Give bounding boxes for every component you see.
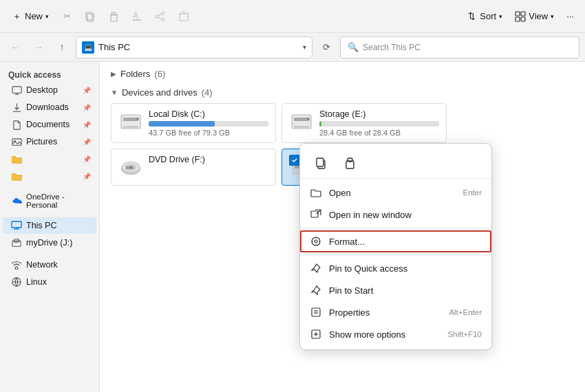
svg-rect-27: [12, 241, 21, 246]
sidebar-desktop-label: Desktop: [26, 85, 78, 95]
onedrive-icon: [11, 195, 22, 206]
ctx-copy-button[interactable]: [310, 152, 332, 174]
drives-label: Devices and drives: [122, 87, 198, 98]
paste-svg-icon: [108, 11, 119, 22]
svg-line-10: [158, 17, 162, 19]
drive-c-icon: [118, 109, 143, 134]
sidebar-item-pictures[interactable]: Pictures 📌: [3, 133, 96, 150]
drive-f-icon: DVD: [118, 155, 143, 179]
paste-button[interactable]: [103, 7, 125, 26]
sidebar-item-folder1[interactable]: 📌: [3, 151, 96, 167]
sidebar-item-network[interactable]: Network: [3, 257, 96, 273]
view-icon: [515, 11, 526, 22]
ctx-pin-start-icon: [310, 284, 322, 296]
sidebar-item-documents[interactable]: Documents 📌: [3, 116, 96, 133]
share-button[interactable]: [149, 7, 171, 26]
address-box[interactable]: 💻 This PC ▾: [76, 36, 312, 58]
drive-e-size: 28.4 GB free of 28.4 GB: [319, 129, 439, 137]
thispc-icon: [11, 220, 22, 231]
drive-item-e[interactable]: Storage (E:) 28.4 GB free of 28.4 GB: [281, 103, 447, 143]
drive-item-c[interactable]: Local Disk (C:) 43.7 GB free of 79.3 GB: [111, 103, 276, 143]
svg-rect-49: [317, 158, 323, 166]
ctx-properties-shortcut: Alt+Enter: [449, 308, 482, 316]
ctx-pin-quick-icon: [310, 262, 322, 274]
quick-access-label: Quick access: [0, 67, 99, 81]
new-label: New: [25, 11, 43, 21]
drive-e-info: Storage (E:) 28.4 GB free of 28.4 GB: [319, 109, 439, 137]
ctx-open-item[interactable]: Open Enter: [300, 182, 491, 204]
new-button[interactable]: ＋ New ▾: [6, 7, 54, 26]
svg-rect-24: [12, 221, 21, 228]
sidebar-item-onedrive[interactable]: OneDrive - Personal: [3, 190, 96, 212]
sidebar-onedrive-label: OneDrive - Personal: [26, 193, 91, 209]
sort-button[interactable]: ⇅ Sort ▾: [460, 7, 508, 26]
folders-label: Folders: [120, 69, 150, 79]
sidebar-item-mydrive[interactable]: myDrive (J:): [3, 235, 96, 251]
forward-button[interactable]: →: [29, 38, 48, 57]
refresh-button[interactable]: ⟳: [317, 38, 336, 57]
ctx-paste-icon: [343, 157, 356, 169]
svg-point-8: [156, 15, 158, 18]
copy-button[interactable]: [79, 7, 101, 26]
up-button[interactable]: ↑: [52, 38, 72, 57]
sort-chevron-icon: ▾: [499, 13, 502, 20]
ctx-open-new-window-item[interactable]: Open in new window: [300, 204, 491, 226]
ctx-pin-start-item[interactable]: Pin to Start: [300, 279, 491, 301]
drives-header[interactable]: ▼ Devices and drives (4): [111, 87, 574, 98]
rename-button[interactable]: [126, 7, 148, 26]
search-box[interactable]: 🔍 Search This PC: [340, 36, 579, 58]
svg-rect-22: [12, 138, 21, 144]
documents-icon: [11, 119, 22, 130]
back-button[interactable]: ←: [6, 38, 25, 57]
ctx-format-item[interactable]: Format...: [300, 230, 491, 252]
ctx-paste-button[interactable]: [339, 152, 361, 174]
view-button[interactable]: View ▾: [509, 7, 560, 26]
ctx-more-options-icon: [310, 328, 322, 340]
sidebar-item-downloads[interactable]: Downloads 📌: [3, 99, 96, 116]
sidebar-documents-label: Documents: [26, 120, 78, 129]
drive-f-name: DVD Drive (F:): [149, 155, 268, 164]
sidebar-item-linux[interactable]: Linux: [3, 274, 96, 290]
view-chevron-icon: ▾: [551, 13, 554, 20]
drive-item-f[interactable]: DVD DVD Drive (F:): [111, 149, 276, 186]
more-label: ···: [566, 11, 574, 21]
folder2-pin-icon: 📌: [83, 173, 91, 180]
folders-chevron-icon: ▶: [111, 70, 116, 78]
sidebar-sep2: [0, 213, 99, 217]
sort-label: Sort: [480, 11, 496, 21]
ctx-more-options-shortcut: Shift+F10: [447, 330, 482, 338]
ctx-properties-label: Properties: [329, 307, 442, 318]
ctx-open-new-window-label: Open in new window: [329, 210, 482, 220]
ctx-open-icon: [310, 186, 322, 199]
ctx-pin-quick-item[interactable]: Pin to Quick access: [300, 257, 491, 279]
svg-rect-38: [294, 118, 309, 121]
delete-button[interactable]: [173, 7, 195, 26]
sidebar-item-thispc[interactable]: This PC: [3, 217, 96, 234]
ctx-copy-icon: [315, 157, 327, 169]
sidebar-item-folder2[interactable]: 📌: [3, 168, 96, 184]
sidebar-mydrive-label: myDrive (J:): [26, 238, 91, 248]
new-chevron-icon: ▾: [45, 13, 49, 20]
folders-header[interactable]: ▶ Folders (6): [111, 69, 574, 79]
svg-point-29: [15, 267, 18, 270]
sort-icon: ⇅: [466, 11, 477, 22]
search-placeholder: Search This PC: [363, 43, 421, 52]
desktop-icon: [11, 85, 22, 96]
svg-rect-14: [515, 12, 520, 16]
drive-e-bar-bg: [319, 121, 439, 127]
more-button[interactable]: ···: [561, 7, 579, 25]
ctx-properties-item[interactable]: Properties Alt+Enter: [300, 301, 491, 323]
cut-button[interactable]: ✂: [56, 7, 78, 26]
context-menu-icons-row: [300, 148, 491, 179]
cut-icon: ✂: [61, 11, 72, 22]
copy-svg-icon: [85, 11, 96, 22]
ctx-more-options-label: Show more options: [329, 329, 440, 340]
up-icon: ↑: [60, 42, 65, 52]
delete-svg-icon: [178, 11, 189, 22]
sidebar-item-desktop[interactable]: Desktop 📌: [3, 82, 96, 98]
drives-count: (4): [202, 87, 213, 98]
mydrive-sidebar-icon: [11, 237, 22, 248]
svg-point-7: [162, 19, 164, 21]
ctx-more-options-item[interactable]: Show more options Shift+F10: [300, 323, 491, 345]
svg-rect-18: [12, 86, 21, 92]
